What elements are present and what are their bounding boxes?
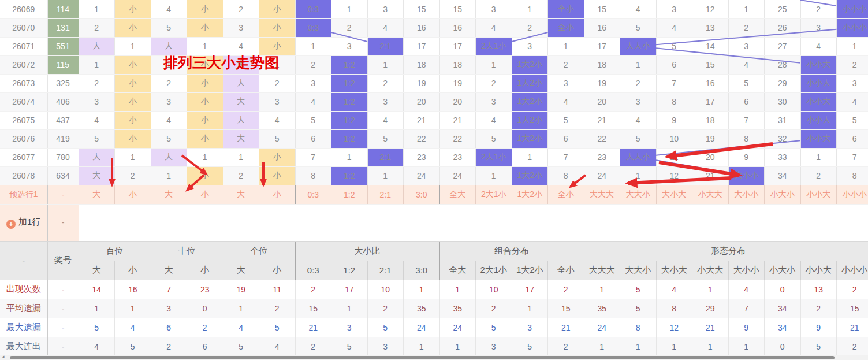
trend-cell: 23 [404, 148, 440, 166]
trend-cell: 1 [512, 0, 548, 18]
trend-cell: 6 [656, 55, 692, 74]
stat-value-cell: 5 [223, 337, 259, 356]
trend-cell: 24 [584, 166, 620, 185]
trend-cell: 2:1 [367, 148, 404, 166]
trend-cell: 小 [259, 18, 296, 37]
stat-value-cell: 1 [656, 337, 692, 356]
stat-value-cell: 5 [476, 318, 512, 337]
trend-cell: 20 [692, 148, 729, 166]
stat-value-cell: 1 [439, 337, 476, 356]
stat-prize-cell: - [47, 318, 79, 337]
preselect-cell[interactable]: 3:0 [404, 185, 440, 204]
trend-cell: 1 [151, 166, 187, 185]
trend-cell: 大 [79, 37, 115, 55]
trend-cell: 1 [476, 55, 512, 74]
prize-cell: 131 [47, 18, 79, 37]
preselect-cell[interactable]: 1大2小 [512, 185, 548, 204]
preselect-cell[interactable]: 2大1小 [476, 185, 512, 204]
preselect-cell[interactable]: 0:3 [295, 185, 331, 204]
stat-value-cell: 1 [728, 337, 765, 356]
trend-cell: 17 [584, 37, 620, 55]
preselect-cell[interactable]: 大小大 [656, 185, 692, 204]
trend-cell: 22 [439, 129, 476, 148]
trend-cell: 大 [79, 166, 115, 185]
prize-cell: 115 [47, 55, 79, 74]
trend-cell: 13 [692, 18, 729, 37]
stat-value-cell: 1 [512, 299, 548, 318]
header-group: 百位 [79, 241, 151, 261]
trend-cell: 4 [476, 18, 512, 37]
trend-cell: 小 [115, 0, 151, 18]
trend-cell: 12 [692, 0, 729, 18]
preselect-cell[interactable]: 全大 [439, 185, 476, 204]
header-sub: 小大小 [765, 261, 801, 280]
trend-cell: 20 [584, 92, 620, 111]
add-row-button[interactable]: +加1行 [0, 204, 47, 241]
trend-cell: 4 [151, 111, 187, 129]
stat-value-cell: 23 [187, 280, 223, 299]
preselect-cell[interactable]: 大大大 [584, 185, 620, 204]
preselect-cell[interactable]: 大大小 [620, 185, 657, 204]
header-sub: 0:3 [295, 261, 331, 280]
trend-cell: 4 [548, 92, 584, 111]
header-rows: -奖号百位十位个位大小比组合分布形态分布大小大小大小0:31:22:13:0全大… [0, 241, 868, 280]
horizontal-scrollbar[interactable]: ◂ [0, 355, 868, 360]
trend-cell: 12 [656, 166, 692, 185]
header-group: 大小比 [295, 241, 439, 261]
header-sub: 大大大 [584, 261, 620, 280]
trend-cell: 2 [512, 18, 548, 37]
trend-cell: 3 [79, 92, 115, 111]
trend-cell: 2 [837, 55, 868, 74]
preselect-cell[interactable]: 小小大 [800, 185, 837, 204]
stat-value-cell: 2 [367, 299, 404, 318]
header-sub: 小小小 [837, 261, 868, 280]
header-sub: 小小大 [800, 261, 837, 280]
trend-cell: 1 [837, 37, 868, 55]
trend-cell: 21 [404, 111, 440, 129]
trend-cell: 3 [620, 92, 657, 111]
trend-cell: 5 [728, 74, 765, 92]
trend-cell: 大 [79, 148, 115, 166]
trend-cell: 3 [548, 74, 584, 92]
stat-value-cell: 24 [404, 318, 440, 337]
scrollbar-thumb[interactable] [10, 356, 835, 359]
trend-cell: 3 [367, 92, 404, 111]
prize-cell: 325 [47, 74, 79, 92]
preselect-cell[interactable]: 1:2 [331, 185, 368, 204]
header-sub: 小 [259, 261, 296, 280]
preselect-cell[interactable]: 小 [115, 185, 151, 204]
trend-cell: 2 [476, 74, 512, 92]
scroll-left-icon[interactable]: ◂ [2, 354, 5, 359]
trend-cell: 小小大 [800, 111, 837, 129]
issue-cell: 26074 [0, 92, 47, 111]
preselect-cell[interactable]: 小 [259, 185, 296, 204]
preselect-cell[interactable]: 大小小 [728, 185, 765, 204]
preselect-cell[interactable]: 大 [79, 185, 115, 204]
preselect-cell[interactable]: 全小 [548, 185, 584, 204]
trend-cell: 3 [512, 37, 548, 55]
preselect-cell[interactable]: 小大小 [765, 185, 801, 204]
trend-cell: 大 [223, 129, 259, 148]
preselect-cell[interactable]: 大 [223, 185, 259, 204]
stat-row: 平均遗漏-113012151235352115355829734215 [0, 299, 868, 318]
preselect-cell[interactable]: 小 [187, 185, 223, 204]
issue-cell: 26077 [0, 148, 47, 166]
trend-cell: 5 [259, 129, 296, 148]
stat-value-cell: 10 [367, 280, 404, 299]
stat-value-cell: 1 [404, 280, 440, 299]
trend-cell: 11 [656, 148, 692, 166]
trend-cell: 27 [765, 37, 801, 55]
draw-row: 260744063小3小大341:23202031大2小4203817630小小… [0, 92, 868, 111]
trend-cell: 4 [367, 18, 404, 37]
trend-cell: 全小 [548, 18, 584, 37]
stat-row: 出现次数-14167231911217101110172154140132 [0, 280, 868, 299]
trend-cell: 小 [115, 74, 151, 92]
trend-cell: 小小小 [837, 18, 868, 37]
preselect-cell[interactable]: 大 [151, 185, 187, 204]
stat-value-cell: 1 [692, 337, 729, 356]
preselect-cell[interactable]: 2:1 [367, 185, 404, 204]
trend-cell: 大 [223, 92, 259, 111]
preselect-cell[interactable]: 小小小 [837, 185, 868, 204]
preselect-cell[interactable]: 小大大 [692, 185, 729, 204]
stat-value-cell: 3 [367, 337, 404, 356]
